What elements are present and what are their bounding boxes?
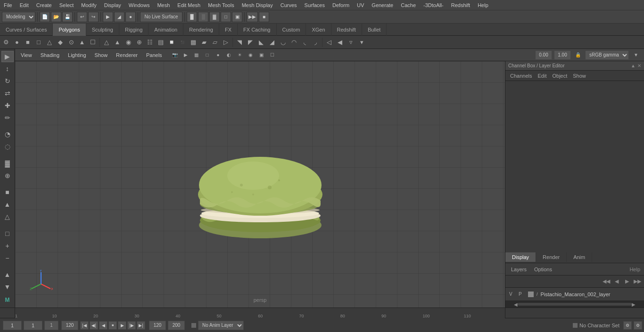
menu-mesh[interactable]: Mesh bbox=[153, 1, 173, 9]
lasso-tool-btn[interactable]: ◔ bbox=[1, 129, 14, 140]
poly-icon12[interactable]: ▷ bbox=[221, 37, 231, 48]
sphere-icon-btn[interactable]: ● bbox=[12, 37, 22, 48]
poly-icon9[interactable]: ▩ bbox=[188, 37, 198, 48]
scroll-right-arrow[interactable]: ▶ bbox=[632, 302, 636, 307]
uv-icon1[interactable]: ◥ bbox=[234, 37, 245, 48]
sel-icon3[interactable]: ▿ bbox=[346, 37, 356, 48]
menu-edit[interactable]: Edit bbox=[16, 1, 33, 9]
open-btn[interactable]: 📂 bbox=[51, 12, 61, 22]
menu-deform[interactable]: Deform bbox=[329, 1, 353, 9]
menu-edit-mesh[interactable]: Edit Mesh bbox=[173, 1, 204, 9]
render3-btn[interactable]: ▓ bbox=[209, 12, 220, 22]
settings-icon-btn[interactable]: ⚙ bbox=[1, 37, 11, 48]
prev-key-btn[interactable]: ◀| bbox=[90, 321, 98, 330]
sel-icon4[interactable]: ▾ bbox=[356, 37, 367, 48]
char-set-settings-btn[interactable]: ⚙ bbox=[623, 321, 632, 330]
quick-sel-btn[interactable]: □ bbox=[1, 228, 14, 239]
menu-display[interactable]: Display bbox=[100, 1, 125, 9]
poly-icon10[interactable]: ▰ bbox=[199, 37, 209, 48]
sel-icon1[interactable]: ◁ bbox=[324, 37, 334, 48]
scroll-track[interactable] bbox=[518, 303, 632, 306]
workspace-dropdown[interactable]: Modeling bbox=[2, 12, 35, 22]
input-btn1[interactable]: ▶▶ bbox=[247, 12, 258, 22]
menu-modify[interactable]: Modify bbox=[77, 1, 100, 9]
close-icon[interactable]: ✕ bbox=[637, 63, 641, 68]
play-back-btn[interactable]: ◀ bbox=[99, 321, 107, 330]
ch-tab-channels[interactable]: Channels bbox=[508, 72, 534, 80]
uv-icon2[interactable]: ◤ bbox=[245, 37, 256, 48]
poly-icon6[interactable]: ▤ bbox=[156, 37, 166, 48]
range-start-input[interactable] bbox=[61, 321, 78, 330]
wireframe-btn[interactable]: □ bbox=[202, 50, 213, 60]
poly-icon7[interactable]: ◽ bbox=[166, 37, 177, 48]
down-btn[interactable]: ▼ bbox=[1, 281, 14, 292]
render-btn[interactable]: █ bbox=[187, 12, 197, 22]
tab-rigging[interactable]: Rigging bbox=[119, 24, 149, 36]
ch-tab-show[interactable]: Show bbox=[571, 72, 588, 80]
up-btn[interactable]: ▲ bbox=[1, 269, 14, 280]
menu-cache[interactable]: Cache bbox=[397, 1, 420, 9]
poly-icon5[interactable]: ☷ bbox=[145, 37, 155, 48]
view-menu-renderer[interactable]: Renderer bbox=[113, 51, 140, 59]
tab-rendering[interactable]: Rendering bbox=[183, 24, 219, 36]
undo-btn[interactable]: ↩ bbox=[77, 12, 87, 22]
layers-tab-help[interactable]: Help bbox=[629, 267, 640, 272]
layer-ph[interactable]: P bbox=[519, 292, 525, 297]
char-set-extra-btn[interactable]: ⚙ bbox=[634, 321, 642, 330]
menu-uv[interactable]: UV bbox=[353, 1, 368, 9]
menu-create[interactable]: Create bbox=[33, 1, 56, 9]
viewport[interactable]: persp X Z Y bbox=[15, 61, 505, 308]
paint-sel-btn[interactable]: ◌ bbox=[1, 141, 14, 152]
isolate-btn[interactable]: ▣ bbox=[256, 50, 267, 60]
go-start-btn[interactable]: |◀ bbox=[80, 321, 89, 330]
save-btn[interactable]: 💾 bbox=[62, 12, 73, 22]
shade-btn[interactable]: ● bbox=[213, 50, 223, 60]
menu-mesh-tools[interactable]: Mesh Tools bbox=[204, 1, 238, 9]
view-menu-shading[interactable]: Shading bbox=[38, 51, 62, 59]
next-key-btn[interactable]: |▶ bbox=[127, 321, 136, 330]
poly-icon3[interactable]: ◉ bbox=[123, 37, 133, 48]
menu-select[interactable]: Select bbox=[56, 1, 78, 9]
tab-fx-caching[interactable]: FX Caching bbox=[238, 24, 276, 36]
hist-btn[interactable]: △ bbox=[1, 211, 14, 222]
select-btn[interactable]: ▶ bbox=[103, 12, 113, 22]
plane-icon-btn[interactable]: ☐ bbox=[88, 37, 98, 48]
tab-curves-surfaces[interactable]: Curves / Surfaces bbox=[0, 24, 53, 36]
anim-layer-select[interactable]: No Anim Layer bbox=[198, 321, 244, 330]
layer-item[interactable]: V P / Pistachio_Macaron_002_layer bbox=[505, 288, 644, 301]
layer-visibility[interactable]: V bbox=[509, 292, 516, 297]
xray-btn[interactable]: ◉ bbox=[246, 50, 256, 60]
layer-last-btn[interactable]: ▶▶ bbox=[633, 277, 642, 286]
dr-tab-render[interactable]: Render bbox=[536, 252, 567, 262]
cube2-icon-btn[interactable]: □ bbox=[33, 37, 44, 48]
cube-icon-btn[interactable]: ■ bbox=[23, 37, 33, 48]
ch-tab-edit[interactable]: Edit bbox=[536, 72, 548, 80]
scroll-left-arrow[interactable]: ◀ bbox=[514, 302, 518, 307]
tab-animation[interactable]: Animation bbox=[149, 24, 183, 36]
cone-icon-btn[interactable]: ▲ bbox=[77, 37, 87, 48]
layers-tab-options[interactable]: Options bbox=[532, 266, 554, 273]
camera-icon-btn[interactable]: 📷 bbox=[170, 50, 180, 60]
total-frames-input[interactable] bbox=[168, 321, 185, 330]
diamond-icon-btn[interactable]: ◆ bbox=[55, 37, 66, 48]
poly-icon2[interactable]: ▲ bbox=[112, 37, 123, 48]
uv-icon7[interactable]: ◟ bbox=[299, 37, 310, 48]
shade2-btn[interactable]: ◐ bbox=[224, 50, 234, 60]
menu-windows[interactable]: Windows bbox=[125, 1, 154, 9]
snap2-btn[interactable]: ⊕ bbox=[1, 170, 14, 181]
tab-bullet[interactable]: Bullet bbox=[362, 24, 387, 36]
play-fwd-btn[interactable]: ▶ bbox=[118, 321, 126, 330]
show-hide-btn[interactable]: ■ bbox=[1, 186, 14, 198]
lasso-btn[interactable]: ◢ bbox=[114, 12, 124, 22]
menu-curves[interactable]: Curves bbox=[277, 1, 301, 9]
menu-mesh-display[interactable]: Mesh Display bbox=[238, 1, 277, 9]
snap-btn[interactable]: No Live Surface bbox=[140, 12, 182, 22]
uv-icon6[interactable]: ◠ bbox=[289, 37, 299, 48]
frame-current-input1[interactable] bbox=[3, 321, 22, 330]
ch-tab-object[interactable]: Object bbox=[550, 72, 569, 80]
frame-icon-btn[interactable]: ☐ bbox=[267, 50, 278, 60]
torus-icon-btn[interactable]: ⊙ bbox=[66, 37, 76, 48]
view-value1-input[interactable] bbox=[535, 50, 552, 60]
universal-tool-btn[interactable]: ✏ bbox=[1, 112, 14, 123]
tab-xgen[interactable]: XGen bbox=[306, 24, 331, 36]
